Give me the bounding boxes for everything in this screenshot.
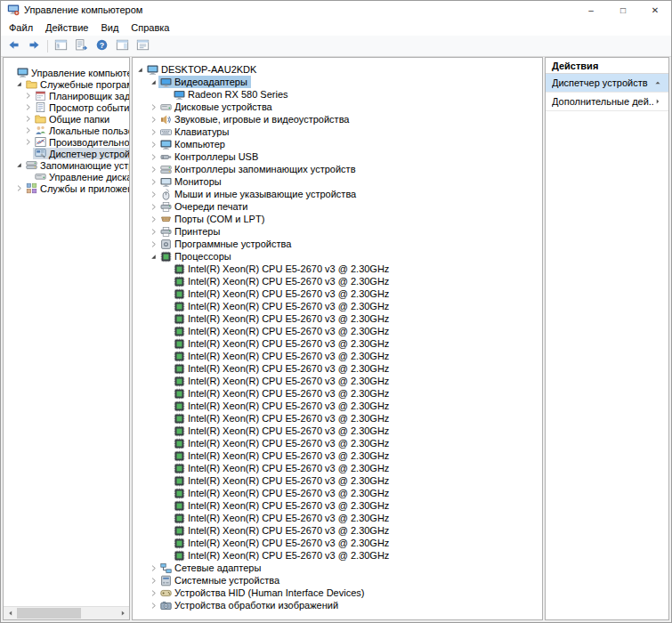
chevron-collapsed-icon[interactable] [23, 103, 33, 111]
export-list-button[interactable] [71, 37, 92, 55]
chevron-collapsed-icon[interactable] [149, 190, 158, 198]
tree-item-body[interactable]: Устройства обработки изображений [158, 599, 342, 611]
tree-item-event-viewer[interactable]: Просмотр событий [4, 101, 129, 113]
tree-item-storage-controllers[interactable]: Контроллеры запоминающих устройств [133, 163, 542, 175]
chevron-collapsed-icon[interactable] [149, 153, 158, 161]
tree-item-processor-15[interactable]: Intel(R) Xeon(R) CPU E5-2670 v3 @ 2.30GH… [133, 449, 542, 462]
back-button[interactable] [4, 37, 24, 55]
scroll-left-button[interactable] [4, 607, 17, 619]
tree-item-body[interactable]: Процессоры [158, 250, 235, 263]
chevron-collapsed-icon[interactable] [149, 103, 158, 111]
tree-item-processor-18[interactable]: Intel(R) Xeon(R) CPU E5-2670 v3 @ 2.30GH… [133, 487, 542, 499]
tree-item-body[interactable]: Диспетчер устройств [33, 148, 129, 159]
tree-item-body[interactable]: Intel(R) Xeon(R) CPU E5-2670 v3 @ 2.30GH… [172, 462, 393, 474]
tree-item-system-devices[interactable]: Системные устройства [133, 574, 542, 587]
tree-item-local-users-groups[interactable]: Локальные пользовате [4, 125, 129, 136]
chevron-expanded-icon[interactable] [149, 78, 158, 86]
left-horizontal-scrollbar[interactable] [4, 606, 129, 619]
tree-item-disk-management[interactable]: Управление дисками [4, 171, 129, 182]
tree-item-processor-8[interactable]: Intel(R) Xeon(R) CPU E5-2670 v3 @ 2.30GH… [133, 362, 542, 375]
tree-item-body[interactable]: Контроллеры запоминающих устройств [158, 163, 359, 175]
tree-item-keyboards[interactable]: Клавиатуры [133, 125, 542, 138]
chevron-collapsed-icon[interactable] [23, 92, 33, 100]
tree-item-body[interactable]: Контроллеры USB [158, 150, 262, 163]
chevron-collapsed-icon[interactable] [149, 240, 158, 248]
tree-item-computer-management-root[interactable]: Управление компьютером (л [4, 67, 129, 78]
tree-item-body[interactable]: Принтеры [158, 225, 223, 238]
tree-item-body[interactable]: Управление дисками [33, 171, 129, 182]
menu-help[interactable]: Справка [125, 20, 175, 35]
tree-item-radeon-rx-580[interactable]: Radeon RX 580 Series [133, 88, 542, 101]
chevron-collapsed-icon[interactable] [149, 602, 158, 610]
chevron-collapsed-icon[interactable] [149, 166, 158, 174]
tree-item-body[interactable]: Intel(R) Xeon(R) CPU E5-2670 v3 @ 2.30GH… [172, 400, 393, 412]
tree-item-imaging-devices[interactable]: Устройства обработки изображений [133, 599, 542, 611]
tree-item-body[interactable]: Intel(R) Xeon(R) CPU E5-2670 v3 @ 2.30GH… [172, 375, 393, 387]
menu-action[interactable]: Действие [39, 20, 94, 35]
chevron-collapsed-icon[interactable] [23, 115, 33, 123]
chevron-collapsed-icon[interactable] [149, 228, 158, 236]
tree-item-device-manager[interactable]: Диспетчер устройств [4, 148, 129, 159]
tree-item-body[interactable]: Мониторы [158, 175, 225, 188]
tree-item-processor-4[interactable]: Intel(R) Xeon(R) CPU E5-2670 v3 @ 2.30GH… [133, 312, 542, 325]
tree-item-processor-7[interactable]: Intel(R) Xeon(R) CPU E5-2670 v3 @ 2.30GH… [133, 350, 542, 362]
tree-item-body[interactable]: Intel(R) Xeon(R) CPU E5-2670 v3 @ 2.30GH… [172, 412, 393, 425]
tree-item-body[interactable]: Общие папки [33, 113, 113, 125]
tree-item-body[interactable]: Программные устройства [158, 238, 295, 250]
tree-item-body[interactable]: Intel(R) Xeon(R) CPU E5-2670 v3 @ 2.30GH… [172, 549, 393, 562]
tree-item-storage-group[interactable]: Запоминающие устройст [4, 159, 129, 171]
tree-item-processor-16[interactable]: Intel(R) Xeon(R) CPU E5-2670 v3 @ 2.30GH… [133, 462, 542, 474]
maximize-button[interactable]: □ [607, 1, 639, 19]
menu-view[interactable]: Вид [94, 20, 125, 35]
tree-item-body[interactable]: Intel(R) Xeon(R) CPU E5-2670 v3 @ 2.30GH… [172, 512, 393, 524]
tree-item-processor-21[interactable]: Intel(R) Xeon(R) CPU E5-2670 v3 @ 2.30GH… [133, 524, 542, 537]
tree-item-body[interactable]: Intel(R) Xeon(R) CPU E5-2670 v3 @ 2.30GH… [172, 350, 393, 362]
scroll-right-button[interactable] [116, 607, 129, 619]
tree-item-processor-1[interactable]: Intel(R) Xeon(R) CPU E5-2670 v3 @ 2.30GH… [133, 275, 542, 287]
chevron-collapsed-icon[interactable] [23, 126, 33, 134]
tree-item-processor-2[interactable]: Intel(R) Xeon(R) CPU E5-2670 v3 @ 2.30GH… [133, 287, 542, 300]
tree-item-computer-root[interactable]: DESKTOP-AAU2KDK [133, 63, 542, 76]
tree-item-body[interactable]: Intel(R) Xeon(R) CPU E5-2670 v3 @ 2.30GH… [172, 487, 393, 499]
tree-item-body[interactable]: Intel(R) Xeon(R) CPU E5-2670 v3 @ 2.30GH… [172, 275, 393, 287]
tree-item-usb-controllers[interactable]: Контроллеры USB [133, 150, 542, 163]
tree-item-printers[interactable]: Принтеры [133, 225, 542, 238]
tree-item-body[interactable]: Мыши и иные указывающие устройства [158, 188, 360, 200]
forward-button[interactable] [24, 37, 45, 55]
tree-item-body[interactable]: Компьютер [158, 138, 229, 150]
action-group-device-manager-actions[interactable]: Диспетчер устройств [546, 74, 668, 93]
tree-item-body[interactable]: Intel(R) Xeon(R) CPU E5-2670 v3 @ 2.30GH… [172, 449, 393, 462]
tree-item-processor-6[interactable]: Intel(R) Xeon(R) CPU E5-2670 v3 @ 2.30GH… [133, 337, 542, 350]
tree-item-shared-folders[interactable]: Общие папки [4, 113, 129, 125]
tree-item-system-tools[interactable]: Служебные программы [4, 78, 129, 90]
tree-item-body[interactable]: Дисковые устройства [158, 101, 276, 113]
chevron-collapsed-icon[interactable] [14, 184, 24, 192]
tree-item-body[interactable]: DESKTOP-AAU2KDK [145, 63, 260, 76]
chevron-expanded-icon[interactable] [14, 161, 24, 169]
tree-item-body[interactable]: Intel(R) Xeon(R) CPU E5-2670 v3 @ 2.30GH… [172, 437, 393, 449]
tree-item-body[interactable]: Intel(R) Xeon(R) CPU E5-2670 v3 @ 2.30GH… [172, 387, 393, 400]
expand-right-icon[interactable] [653, 98, 662, 105]
tree-item-disk-drives[interactable]: Дисковые устройства [133, 101, 542, 113]
tree-item-processor-19[interactable]: Intel(R) Xeon(R) CPU E5-2670 v3 @ 2.30GH… [133, 499, 542, 512]
tree-item-processor-10[interactable]: Intel(R) Xeon(R) CPU E5-2670 v3 @ 2.30GH… [133, 387, 542, 400]
show-console-tree-button[interactable] [51, 37, 71, 55]
chevron-collapsed-icon[interactable] [149, 178, 158, 186]
tree-item-body[interactable]: Видеоадаптеры [158, 76, 251, 88]
close-button[interactable]: ✕ [639, 1, 671, 19]
scroll-track[interactable] [17, 607, 116, 619]
tree-item-body[interactable]: Просмотр событий [33, 101, 129, 113]
tree-item-processors[interactable]: Процессоры [133, 250, 542, 263]
tree-item-body[interactable]: Планировщик заданий [33, 90, 129, 101]
tree-item-body[interactable]: Intel(R) Xeon(R) CPU E5-2670 v3 @ 2.30GH… [172, 524, 393, 537]
tree-item-computer-group[interactable]: Компьютер [133, 138, 542, 150]
chevron-collapsed-icon[interactable] [23, 138, 33, 146]
tree-item-body[interactable]: Intel(R) Xeon(R) CPU E5-2670 v3 @ 2.30GH… [172, 325, 393, 337]
properties-button[interactable] [133, 37, 153, 55]
tree-item-body[interactable]: Intel(R) Xeon(R) CPU E5-2670 v3 @ 2.30GH… [172, 537, 393, 549]
tree-item-processor-14[interactable]: Intel(R) Xeon(R) CPU E5-2670 v3 @ 2.30GH… [133, 437, 542, 449]
chevron-expanded-icon[interactable] [135, 66, 145, 74]
chevron-expanded-icon[interactable] [149, 253, 158, 261]
tree-item-body[interactable]: Intel(R) Xeon(R) CPU E5-2670 v3 @ 2.30GH… [172, 287, 393, 300]
tree-item-body[interactable]: Устройства HID (Human Interface Devices) [158, 587, 368, 599]
